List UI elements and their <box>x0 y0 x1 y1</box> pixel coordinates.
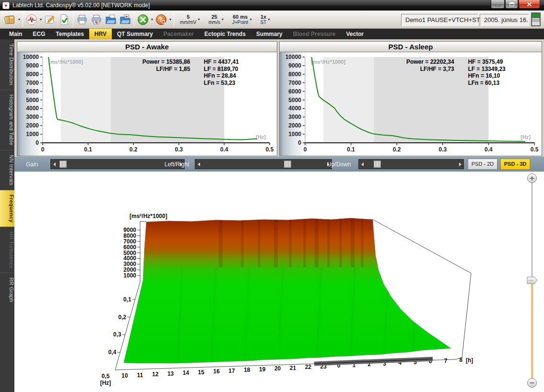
scroll-right-icon[interactable] <box>457 160 463 169</box>
sidebar-item-nn-intervals[interactable]: NN Intervals <box>0 150 14 190</box>
svg-text:LF = 13349,23: LF = 13349,23 <box>468 66 506 72</box>
svg-text:Power = 15385,86: Power = 15385,86 <box>142 58 190 65</box>
left-right-scrollbar[interactable] <box>195 159 332 169</box>
svg-text:4000: 4000 <box>26 105 39 112</box>
sidebar-item-histogram-and-table[interactable]: Histogram and Table <box>0 90 14 150</box>
psd-asleep-chart: [ms²/Hz*1000][Hz]01000200030004000500060… <box>280 52 542 156</box>
svg-text:7000: 7000 <box>288 80 301 86</box>
psd-asleep-panel: PSD - Asleep [ms²/Hz*1000][Hz]0100020003… <box>279 41 542 156</box>
dropdown-mm-s[interactable]: 25mm/s▾ <box>205 14 227 25</box>
zoom-slider[interactable] <box>521 172 544 392</box>
svg-text:0: 0 <box>35 139 39 146</box>
svg-text:22: 22 <box>305 364 312 370</box>
toolbar-separator <box>23 12 23 27</box>
patient-field[interactable]: Demo1 PAUSE+VTCH+ST <box>401 14 478 26</box>
svg-text:0,2: 0,2 <box>118 314 127 321</box>
titlebar: ♥ Labtech Ltd. Cardiospy® v5.02.00 [NETW… <box>0 0 544 11</box>
psd-2d-button[interactable]: PSD - 2D <box>468 159 497 170</box>
toolbar-separator <box>73 12 73 27</box>
svg-text:0,1: 0,1 <box>123 296 131 303</box>
menu-item-main[interactable]: Main <box>4 29 27 39</box>
dropdown-value: 5 <box>187 14 189 20</box>
scroll-left-icon[interactable] <box>195 160 202 169</box>
menu-item-qt-summary[interactable]: QT Summary <box>112 29 158 39</box>
dropdown-unit: mm/s <box>209 20 220 25</box>
svg-text:8000: 8000 <box>26 71 39 78</box>
chevron-down-icon: ▾ <box>222 18 224 22</box>
svg-text:7: 7 <box>444 357 448 364</box>
svg-text:0: 0 <box>304 146 307 153</box>
svg-text:21: 21 <box>290 365 296 371</box>
svg-text:2000: 2000 <box>288 122 301 129</box>
edit-icon[interactable] <box>44 13 56 26</box>
sidebar-item-rr-graph[interactable]: RR Graph <box>0 273 14 307</box>
date-field[interactable]: 2005. június 16. <box>480 14 529 26</box>
dropdown-mm-mv[interactable]: 5mm/mV▾ <box>177 14 203 25</box>
svg-text:12: 12 <box>152 371 159 378</box>
gain-scrollbar-thumb[interactable] <box>59 161 67 168</box>
up-down-scrollbar[interactable] <box>358 159 464 169</box>
svg-text:1000: 1000 <box>288 131 301 138</box>
svg-text:0.2: 0.2 <box>130 146 138 153</box>
menu-item-hrv[interactable]: HRV <box>89 29 112 39</box>
patient-database-icon[interactable] <box>4 13 16 26</box>
minimize-button[interactable] <box>491 0 505 9</box>
left-right-scrollbar-thumb[interactable] <box>284 161 291 168</box>
maximize-button[interactable] <box>505 0 518 9</box>
svg-text:[ms²/Hz*1000]: [ms²/Hz*1000] <box>311 59 345 65</box>
svg-text:[ms²/Hz*1000]: [ms²/Hz*1000] <box>130 213 167 219</box>
svg-text:LFn = 60,13: LFn = 60,13 <box>468 80 499 86</box>
up-down-label: Up/Down <box>327 161 351 168</box>
svg-text:9000: 9000 <box>288 62 301 69</box>
print-ecg-icon[interactable] <box>90 13 103 26</box>
ecg-strip-icon[interactable] <box>25 13 38 26</box>
svg-text:20: 20 <box>274 365 281 372</box>
open-folder-icon[interactable] <box>105 13 117 26</box>
svg-text:HFn = 16,10: HFn = 16,10 <box>468 72 500 79</box>
scroll-left-icon[interactable] <box>359 160 366 169</box>
svg-text:0.2: 0.2 <box>393 146 401 153</box>
menu-item-ectopic-trends[interactable]: Ectopic Trends <box>199 29 251 39</box>
dropdown-value: 25 <box>212 14 217 20</box>
svg-text:HFn = 28,84: HFn = 28,84 <box>204 72 236 79</box>
chevron-down-icon[interactable]: ▾ <box>40 18 42 22</box>
close-button[interactable] <box>519 0 540 9</box>
svg-text:17: 17 <box>228 368 235 374</box>
chevron-down-icon: ▾ <box>250 18 252 22</box>
svg-text:Power = 22202,34: Power = 22202,34 <box>406 58 454 65</box>
menu-item-templates[interactable]: Templates <box>50 29 89 39</box>
dropdown-unit: mm/mV <box>180 20 196 25</box>
chevron-down-icon: ▾ <box>198 18 200 22</box>
svg-text:LFn = 53,23: LFn = 53,23 <box>204 80 236 86</box>
sidebar: Time DistributionHistogram and TableNN I… <box>0 39 14 392</box>
chevron-down-icon[interactable]: ▾ <box>151 18 153 22</box>
approve-document-icon[interactable] <box>58 13 71 26</box>
app-window: ♥ Labtech Ltd. Cardiospy® v5.02.00 [NETW… <box>0 0 544 392</box>
up-down-scrollbar-thumb[interactable] <box>374 161 381 168</box>
settings-icon[interactable] <box>137 13 149 26</box>
controlbar: Gain Left/Right Up/Down PSD - 2D PSD - 3… <box>14 157 544 172</box>
menu-item-vector[interactable]: Vector <box>341 29 369 39</box>
help-icon[interactable]: ? <box>155 13 167 26</box>
svg-text:11: 11 <box>137 372 143 379</box>
chevron-down-icon[interactable]: ▾ <box>169 18 171 22</box>
psd-3d-button[interactable]: PSD - 3D <box>500 159 530 170</box>
sidebar-item-time-distribution[interactable]: Time Distribution <box>0 39 14 90</box>
dropdown-j-point[interactable]: 60 msJ+Point▾ <box>229 14 255 25</box>
ecg-folder-icon[interactable] <box>119 13 131 26</box>
window-title: Labtech Ltd. Cardiospy® v5.02.00 [NETWOR… <box>12 2 150 9</box>
psd-awake-panel: PSD - Awake [ms²/Hz*1000][Hz]01000200030… <box>17 41 277 156</box>
menu-item-summary[interactable]: Summary <box>251 29 288 39</box>
chevron-down-icon[interactable]: ▾ <box>18 18 20 22</box>
menu-item-ecg[interactable]: ECG <box>27 29 50 39</box>
svg-text:0.5: 0.5 <box>531 146 539 153</box>
dropdown-st[interactable]: 1xST▾ <box>257 14 273 25</box>
svg-text:LF/HF = 3,73: LF/HF = 3,73 <box>420 66 454 72</box>
scroll-left-icon[interactable] <box>51 160 58 169</box>
sidebar-item-frequency[interactable]: Frequency <box>0 190 14 227</box>
svg-text:1000: 1000 <box>123 272 136 279</box>
svg-text:10000: 10000 <box>285 54 302 60</box>
print-icon[interactable] <box>76 13 88 26</box>
svg-text:3000: 3000 <box>288 114 301 120</box>
gain-label: Gain <box>26 161 38 168</box>
